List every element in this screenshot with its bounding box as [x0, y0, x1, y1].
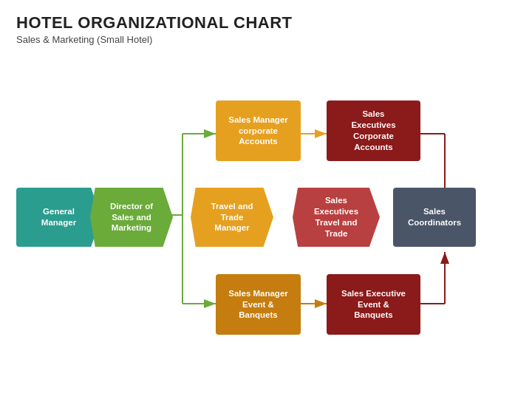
sales-mgr-corp-label: Sales ManagercorporateAccounts	[228, 115, 288, 148]
travel-trade-manager-label: Travel andTradeManager	[211, 201, 253, 234]
sales-mgr-event-label: Sales ManagerEvent &Banquets	[228, 288, 288, 321]
sales-mgr-event-box: Sales ManagerEvent &Banquets	[216, 274, 301, 335]
sales-mgr-corp-box: Sales ManagercorporateAccounts	[216, 100, 301, 161]
page-title: HOTEL ORGANIZATIONAL CHART	[16, 13, 516, 33]
director-sales-label: Director ofSales andMarketing	[110, 201, 153, 234]
sales-exec-event-box: Sales ExecutiveEvent &Banquets	[327, 274, 420, 335]
sales-exec-corp-label: SalesExecutivesCorporateAccounts	[351, 109, 395, 153]
sales-exec-event-label: Sales ExecutiveEvent &Banquets	[341, 288, 406, 321]
sales-exec-corp-box: SalesExecutivesCorporateAccounts	[327, 100, 420, 161]
sales-coordinators-box: SalesCoordinators	[393, 188, 476, 247]
travel-trade-manager-box: Travel andTradeManager	[191, 188, 273, 247]
general-manager-box: GeneralManager	[16, 188, 101, 247]
sales-coordinators-label: SalesCoordinators	[408, 206, 461, 228]
sales-exec-travel-label: SalesExecutivesTravel andTrade	[314, 195, 358, 239]
sales-exec-travel-box: SalesExecutivesTravel andTrade	[293, 188, 380, 247]
general-manager-label: GeneralManager	[41, 206, 76, 228]
chart-area: GeneralManager Director ofSales andMarke…	[16, 52, 516, 378]
page-subtitle: Sales & Marketing (Small Hotel)	[16, 34, 516, 45]
director-sales-box: Director ofSales andMarketing	[90, 188, 173, 247]
